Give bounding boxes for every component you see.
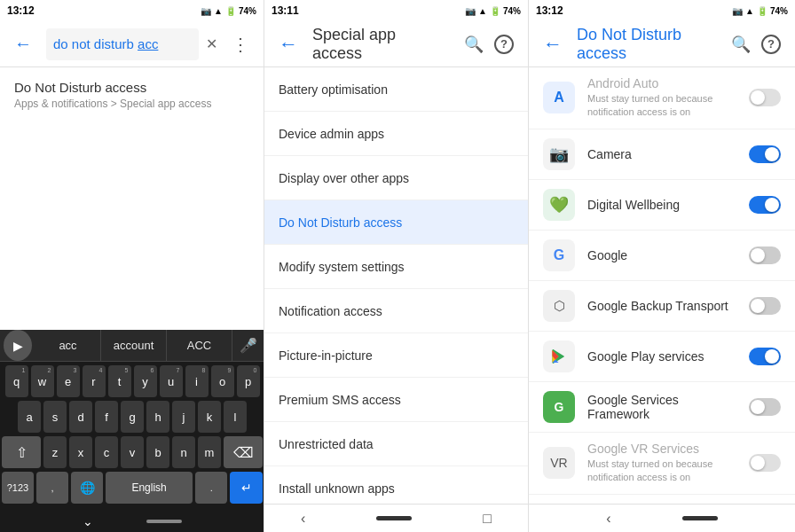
- search-clear-button[interactable]: ✕: [206, 35, 217, 52]
- comma-key[interactable]: ,: [36, 472, 68, 504]
- status-time-1: 13:12: [7, 4, 35, 17]
- suggestion-acc[interactable]: acc: [35, 330, 101, 361]
- camera-toggle[interactable]: [749, 145, 781, 163]
- key-a[interactable]: a: [18, 401, 41, 433]
- key-d[interactable]: d: [69, 401, 92, 433]
- digital-wellbeing-icon: 💚: [543, 189, 575, 221]
- key-r[interactable]: 4r: [83, 365, 106, 397]
- suggestion-account[interactable]: account: [101, 330, 167, 361]
- key-s[interactable]: s: [43, 401, 67, 433]
- dnd-item-camera[interactable]: 📷 Camera: [529, 129, 795, 180]
- key-f[interactable]: f: [95, 401, 118, 433]
- android-auto-icon: A: [543, 82, 575, 113]
- dnd-back-button[interactable]: ←: [543, 33, 563, 56]
- search-header: ← do not disturb acc ✕ ⋮: [0, 21, 264, 67]
- nav-back-button-2[interactable]: ‹: [301, 511, 305, 527]
- menu-do-not-disturb[interactable]: Do Not Disturb access: [264, 200, 528, 245]
- google-backup-toggle[interactable]: [749, 297, 781, 315]
- key-g[interactable]: g: [121, 401, 144, 433]
- key-m[interactable]: m: [198, 436, 221, 468]
- dnd-item-google-backup[interactable]: ⬡ Google Backup Transport: [529, 281, 795, 332]
- num-key[interactable]: ?123: [2, 472, 34, 504]
- google-info: Google: [587, 248, 736, 262]
- key-w[interactable]: 2w: [31, 365, 54, 397]
- suggestion-go-button[interactable]: ▶: [4, 330, 32, 361]
- dnd-app-list: A Android Auto Must stay turned on becau…: [529, 67, 795, 504]
- menu-premium-sms[interactable]: Premium SMS access: [264, 378, 528, 422]
- google-backup-name: Google Backup Transport: [587, 299, 736, 313]
- search-result-item[interactable]: Do Not Disturb access Apps & notificatio…: [0, 67, 264, 122]
- camera-info: Camera: [587, 147, 736, 161]
- space-key[interactable]: English: [106, 472, 193, 504]
- battery-percent-2: 74%: [503, 6, 521, 16]
- search-back-button[interactable]: ←: [7, 28, 39, 60]
- keyboard-row-num: 1q 2w 3e 4r 5t 6y 7u 8i 9o 0p: [2, 365, 263, 397]
- dnd-item-services-framework[interactable]: G Google Services Framework: [529, 382, 795, 433]
- android-auto-sub: Must stay turned on because notification…: [587, 92, 736, 120]
- search-input-container[interactable]: do not disturb acc: [46, 28, 199, 60]
- menu-install-unknown[interactable]: Install unknown apps: [264, 466, 528, 504]
- menu-unrestricted-data[interactable]: Unrestricted data: [264, 422, 528, 466]
- dnd-item-vr-services[interactable]: VR Google VR Services Must stay turned o…: [529, 433, 795, 495]
- dnd-search-icon[interactable]: 🔍: [731, 35, 751, 54]
- key-x[interactable]: x: [69, 436, 92, 468]
- key-i[interactable]: 8i: [185, 365, 209, 397]
- services-framework-toggle[interactable]: [749, 398, 781, 416]
- digital-wellbeing-info: Digital Wellbeing: [587, 198, 736, 212]
- special-access-help-icon[interactable]: ?: [494, 35, 514, 54]
- key-y[interactable]: 6y: [134, 365, 157, 397]
- special-access-actions: 🔍 ?: [464, 35, 514, 54]
- digital-wellbeing-toggle[interactable]: [749, 196, 781, 214]
- key-v[interactable]: v: [121, 436, 144, 468]
- dnd-item-digital-wellbeing[interactable]: 💚 Digital Wellbeing: [529, 180, 795, 231]
- menu-display-over[interactable]: Display over other apps: [264, 156, 528, 200]
- android-auto-info: Android Auto Must stay turned on because…: [587, 76, 736, 120]
- special-access-header: ← Special app access 🔍 ?: [264, 21, 528, 67]
- dnd-item-play-services[interactable]: Google Play services: [529, 332, 795, 382]
- key-e[interactable]: 3e: [57, 365, 80, 397]
- delete-key[interactable]: ⌫: [224, 436, 263, 468]
- key-u[interactable]: 7u: [160, 365, 183, 397]
- google-icon: G: [543, 239, 575, 271]
- key-k[interactable]: k: [198, 401, 221, 433]
- dnd-help-icon[interactable]: ?: [761, 35, 781, 54]
- play-services-toggle[interactable]: [749, 348, 781, 365]
- enter-key[interactable]: ↵: [230, 472, 263, 504]
- menu-device-admin[interactable]: Device admin apps: [264, 112, 528, 156]
- shift-key[interactable]: ⇧: [2, 436, 41, 468]
- key-n[interactable]: n: [172, 436, 195, 468]
- key-j[interactable]: j: [172, 401, 195, 433]
- key-p[interactable]: 0p: [237, 365, 260, 397]
- key-q[interactable]: 1q: [5, 365, 28, 397]
- key-o[interactable]: 9o: [211, 365, 234, 397]
- search-more-button[interactable]: ⋮: [224, 28, 256, 60]
- wifi-icon: ▲: [214, 6, 223, 16]
- mic-icon[interactable]: 🎤: [232, 330, 264, 361]
- special-access-search-icon[interactable]: 🔍: [464, 35, 484, 54]
- menu-notification-access[interactable]: Notification access: [264, 289, 528, 333]
- menu-picture-in-picture[interactable]: Picture-in-picture: [264, 333, 528, 378]
- key-z[interactable]: z: [43, 436, 67, 468]
- globe-key[interactable]: 🌐: [71, 472, 103, 504]
- period-key[interactable]: .: [195, 472, 227, 504]
- menu-battery-optimisation[interactable]: Battery optimisation: [264, 67, 528, 112]
- dnd-item-paypal[interactable]: P PayPal: [529, 495, 795, 504]
- nav-back-button-3[interactable]: ‹: [606, 511, 610, 527]
- nav-chevron-down[interactable]: ⌄: [83, 514, 93, 528]
- wifi-icon-3: ▲: [745, 6, 754, 16]
- keyboard-row-2: a s d f g h j k l: [2, 401, 263, 433]
- nav-home-3: [682, 516, 718, 520]
- google-toggle[interactable]: [749, 246, 781, 264]
- key-t[interactable]: 5t: [108, 365, 131, 397]
- suggestion-acc-upper[interactable]: ACC: [167, 330, 232, 361]
- nav-recents-button-2[interactable]: □: [483, 511, 492, 527]
- dnd-item-android-auto[interactable]: A Android Auto Must stay turned on becau…: [529, 67, 795, 129]
- keyboard-row-bottom: ?123 , 🌐 English . ↵: [2, 472, 263, 504]
- key-l[interactable]: l: [224, 401, 247, 433]
- dnd-item-google[interactable]: G Google: [529, 231, 795, 281]
- key-c[interactable]: c: [95, 436, 118, 468]
- special-access-back-button[interactable]: ←: [279, 33, 298, 56]
- menu-modify-settings[interactable]: Modify system settings: [264, 245, 528, 289]
- key-h[interactable]: h: [146, 401, 169, 433]
- key-b[interactable]: b: [146, 436, 169, 468]
